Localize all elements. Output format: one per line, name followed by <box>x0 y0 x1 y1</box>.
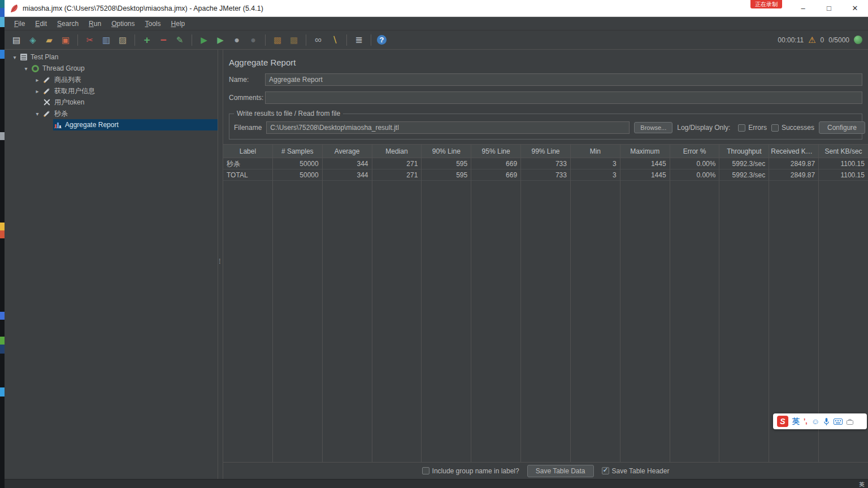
toolbar-new-file-icon[interactable]: ▤ <box>10 34 23 46</box>
tree-node-thread-group[interactable]: Thread Group <box>31 63 218 74</box>
dock-app-icon-0[interactable] <box>0 0 5 8</box>
chevron-right-icon[interactable]: ▸ <box>33 77 42 83</box>
http-sampler-icon <box>43 87 51 95</box>
name-input[interactable] <box>265 73 862 86</box>
menu-help[interactable]: Help <box>166 18 190 29</box>
microphone-icon[interactable] <box>823 417 830 426</box>
save-table-header-checkbox[interactable] <box>602 467 609 474</box>
successes-checkbox-pair: Successes <box>771 124 814 132</box>
toolbar-copy-icon[interactable]: ▥ <box>100 34 112 46</box>
column-header[interactable]: 95% Line <box>471 145 520 158</box>
column-header[interactable]: # Samples <box>273 145 322 158</box>
tree-item-get-user-info[interactable]: ▸获取用户信息 <box>5 85 218 97</box>
chevron-right-icon[interactable]: ▸ <box>33 88 42 94</box>
tree-node-aggregate-report[interactable]: Aggregate Report <box>53 119 218 130</box>
column-header[interactable]: Maximum <box>620 145 670 158</box>
toolbar-clear-all-icon[interactable]: ▩ <box>288 34 300 46</box>
column-header[interactable]: Throughput <box>719 145 769 158</box>
tree-item-aggregate-report[interactable]: Aggregate Report <box>5 119 218 130</box>
sogou-logo-icon[interactable]: S <box>777 416 788 427</box>
ime-toolbox-icon[interactable] <box>847 419 853 425</box>
toolbar-toggle-icon[interactable]: ✎ <box>173 34 186 46</box>
toolbar-paste-icon[interactable]: ▨ <box>116 34 129 46</box>
virtual-keyboard-icon[interactable] <box>834 419 843 425</box>
log-error-count[interactable]: 0 <box>821 36 824 44</box>
tree-item-user-token[interactable]: 用户token <box>5 97 218 108</box>
filename-input[interactable] <box>266 121 630 134</box>
toolbar-remove-icon[interactable]: − <box>157 34 170 46</box>
toolbar-start-icon[interactable]: ▶ <box>198 34 210 46</box>
toolbar-search-reset-icon[interactable]: ∖ <box>328 34 341 46</box>
ime-punctuation-toggle[interactable]: ’, <box>804 417 808 425</box>
table-cell-r0-c4: 595 <box>422 158 471 169</box>
chevron-down-icon[interactable]: ▾ <box>10 54 19 60</box>
toolbar-shutdown-icon[interactable]: ● <box>247 34 259 46</box>
dock-app-icon-1[interactable] <box>0 8 5 17</box>
toolbar-templates-icon[interactable]: ◈ <box>27 34 39 46</box>
splitter-handle[interactable]: ⁞ <box>218 50 223 479</box>
column-header[interactable]: Median <box>372 145 422 158</box>
dock-app-icon-7[interactable] <box>0 312 5 320</box>
tree-node-user-token[interactable]: 用户token <box>42 97 218 108</box>
menu-options[interactable]: Options <box>106 18 140 29</box>
successes-checkbox[interactable] <box>771 124 779 132</box>
maximize-button[interactable]: □ <box>816 0 842 16</box>
dock-app-icon-3[interactable] <box>0 50 5 59</box>
dock-app-icon-4[interactable] <box>0 132 5 140</box>
table-cell-r1-c0: TOTAL <box>223 169 272 181</box>
test-plan-icon <box>20 54 27 60</box>
tree-item-thread-group[interactable]: ▾Thread Group <box>5 63 218 74</box>
dock-app-icon-2[interactable] <box>0 17 5 27</box>
ime-language-mode[interactable]: 英 <box>792 416 800 426</box>
tree-node-miaosha[interactable]: 秒杀 <box>42 108 218 119</box>
log-warning-icon[interactable]: ⚠ <box>808 35 815 45</box>
menu-run[interactable]: Run <box>84 18 106 29</box>
menu-file[interactable]: File <box>9 18 30 29</box>
column-header[interactable]: Average <box>323 145 372 158</box>
menu-search[interactable]: Search <box>52 18 84 29</box>
column-header[interactable]: Label <box>223 145 272 158</box>
sogou-ime-toolbar[interactable]: S 英 ’, ☺ <box>773 413 867 429</box>
toolbar-stop-icon[interactable]: ● <box>231 34 243 46</box>
chevron-down-icon[interactable]: ▾ <box>33 111 42 117</box>
tree-node-test-plan[interactable]: Test Plan <box>19 51 218 63</box>
column-header[interactable]: Received KB/... <box>769 145 818 158</box>
tree-item-product-list[interactable]: ▸商品列表 <box>5 74 218 85</box>
toolbar-save-icon[interactable]: ▣ <box>59 34 72 46</box>
language-tray-indicator[interactable]: 英 <box>859 481 865 488</box>
toolbar-help-icon[interactable]: ? <box>377 35 387 45</box>
menu-tools[interactable]: Tools <box>140 18 166 29</box>
tree-node-get-user-info[interactable]: 获取用户信息 <box>42 85 218 97</box>
column-header[interactable]: Error % <box>670 145 719 158</box>
toolbar-open-file-icon[interactable]: ▰ <box>43 34 55 46</box>
toolbar-add-icon[interactable]: + <box>141 34 153 46</box>
column-header[interactable]: 99% Line <box>521 145 570 158</box>
dock-app-icon-5[interactable] <box>0 223 5 230</box>
column-header[interactable]: Sent KB/sec <box>819 145 868 158</box>
chevron-down-icon[interactable]: ▾ <box>21 66 31 72</box>
toolbar-function-helper-icon[interactable]: ≣ <box>353 34 365 46</box>
dock-app-icon-8[interactable] <box>0 337 5 345</box>
toolbar-search-icon[interactable]: ∞ <box>312 34 324 46</box>
minimize-button[interactable]: – <box>790 0 816 16</box>
tree-node-product-list[interactable]: 商品列表 <box>42 74 218 85</box>
toolbar-start-no-timers-icon[interactable]: ▶ <box>214 34 227 46</box>
column-header[interactable]: 90% Line <box>422 145 471 158</box>
dock-app-icon-9[interactable] <box>0 345 5 354</box>
toolbar-clear-icon[interactable]: ▩ <box>271 34 284 46</box>
save-table-data-button[interactable]: Save Table Data <box>527 465 594 477</box>
close-button[interactable]: ✕ <box>842 0 868 16</box>
include-group-name-checkbox[interactable] <box>422 467 429 474</box>
comments-input[interactable] <box>265 91 862 104</box>
dock-app-icon-10[interactable] <box>0 387 5 396</box>
errors-checkbox[interactable] <box>738 124 745 132</box>
configure-button[interactable]: Configure <box>819 121 865 134</box>
toolbar-cut-icon[interactable]: ✂ <box>84 34 96 46</box>
menu-edit[interactable]: Edit <box>30 18 52 29</box>
tree-item-test-plan[interactable]: ▾Test Plan <box>5 51 218 63</box>
tree-item-miaosha[interactable]: ▾秒杀 <box>5 108 218 119</box>
column-header[interactable]: Min <box>571 145 620 158</box>
emoji-picker-icon[interactable]: ☺ <box>811 417 819 426</box>
dock-app-icon-6[interactable] <box>0 230 5 238</box>
browse-button[interactable]: Browse... <box>634 122 672 133</box>
